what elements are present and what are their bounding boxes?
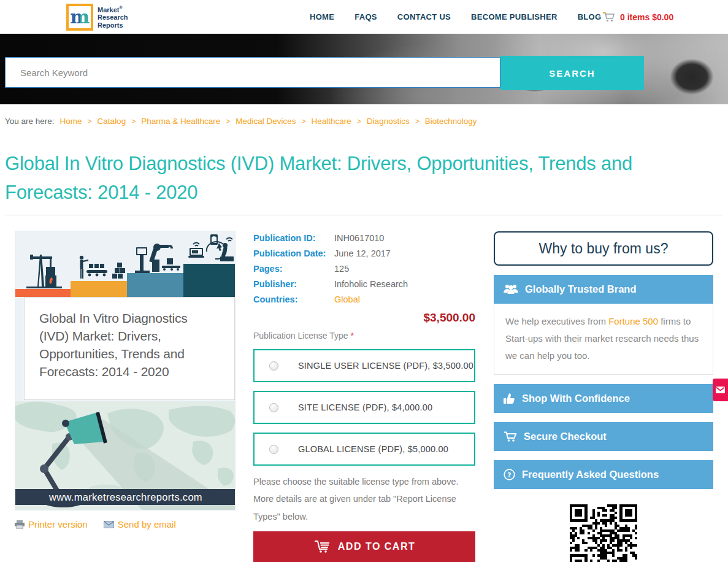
cover-step-orange [15,289,71,297]
license-option-global[interactable]: GLOBAL LICENSE (PDF), $5,000.00 [253,433,475,466]
crumb-biotechnology[interactable]: Biotechnology [425,117,477,126]
contact-float-button[interactable] [713,379,728,401]
add-to-cart-label: ADD TO CART [338,541,415,552]
printer-version-link[interactable]: Printer version [15,519,88,529]
cover-step-teal [183,264,236,297]
nav-blog[interactable]: BLOG [578,12,602,21]
breadcrumb-prefix: You are here: [5,117,55,126]
globally-trusted-brand-body: We help executives from Fortune 500 firm… [494,304,713,375]
logo-wordmark: Market® Research Reports [98,6,128,29]
cover-step-amber [71,281,127,297]
detail-row-publication-id: Publication ID: INH0617010 [253,231,475,246]
secure-checkout-bar[interactable]: Secure Checkout [494,422,713,451]
page-title: Global In Vitro Diagnostics (IVD) Market… [5,150,710,207]
iot-devices-icon [188,233,235,264]
detail-row-pages: Pages: 125 [253,261,475,277]
cart-icon [602,12,616,23]
add-to-cart-icon [313,540,331,553]
globally-trusted-brand-bar[interactable]: Globally Trusted Brand [494,275,713,304]
cover-lamp-panel: www.marketresearchreports.com [15,401,236,510]
cart-status[interactable]: 0 items $0.00 [602,0,673,34]
detail-value: 125 [334,261,349,277]
send-by-email-link[interactable]: Send by email [104,519,176,529]
nav-faqs[interactable]: FAQS [354,12,377,21]
breadcrumb-separator: > [88,117,92,126]
site-logo[interactable]: m m Market® Research Reports [66,4,128,31]
bar-label: Frequently Asked Questions [522,469,659,480]
detail-row-publication-date: Publication Date: June 12, 2017 [253,246,475,261]
license-option-label: SINGLE USER LICENSE (PDF), $3,500.00 [298,361,473,371]
svg-text:?: ? [507,471,511,479]
question-icon: ? [504,469,515,480]
crumb-home[interactable]: Home [60,117,82,126]
detail-label: Countries: [253,292,334,307]
price: $3,500.00 [253,311,475,325]
breadcrumb-separator: > [302,117,306,126]
detail-value: INH0617010 [334,231,384,246]
bar-label: Globally Trusted Brand [525,283,637,295]
oil-derrick-icon [25,251,66,289]
nav-contact-us[interactable]: CONTACT US [397,12,451,21]
detail-row-countries: Countries: Global [253,292,475,307]
cover-step-blue [127,273,183,297]
detail-row-publisher: Publisher: Infoholic Research [253,277,475,292]
product-image-column: Global In Vitro Diagnostics (IVD) Market… [15,231,236,529]
fortune-500-link[interactable]: Fortune 500 [608,316,658,326]
printer-icon [15,520,25,529]
license-type-label: Publication License Type * [253,331,475,341]
crumb-healthcare[interactable]: Healthcare [312,117,351,126]
license-option-label: GLOBAL LICENSE (PDF), $5,000.00 [298,444,448,454]
main-nav: HOME FAQS CONTACT US BECOME PUBLISHER BL… [310,0,601,34]
why-to-buy-heading: Why to buy from us? [494,231,713,266]
why-buy-sidebar: Why to buy from us? Globally Trusted Bra… [494,231,713,562]
crumb-medical-devices[interactable]: Medical Devices [236,117,296,126]
license-radio[interactable] [269,403,278,412]
breadcrumb-separator: > [131,117,136,126]
users-icon [504,284,518,294]
contact-float-icon [716,387,725,393]
add-to-cart-button[interactable]: ADD TO CART [253,531,475,562]
report-cover-image: Global In Vitro Diagnostics (IVD) Market… [15,231,236,510]
breadcrumb: You are here: Home > Catalog > Pharma & … [5,117,477,126]
detail-value: Infoholic Research [334,277,408,292]
faq-bar[interactable]: ? Frequently Asked Questions [494,460,713,489]
send-email-icon [104,521,114,528]
crumb-diagnostics[interactable]: Diagnostics [367,117,410,126]
breadcrumb-separator: > [415,117,420,126]
detail-label: Pages: [253,261,334,277]
nav-home[interactable]: HOME [310,12,334,21]
crumb-catalog[interactable]: Catalog [98,117,126,126]
page: m m Market® Research Reports HOME FAQS C… [0,0,728,562]
logo-m: m m [70,6,90,28]
breadcrumb-separator: > [357,117,361,126]
registered-mark: ® [119,6,122,10]
secure-cart-icon [504,431,517,442]
search-input[interactable] [5,57,500,88]
crumb-pharma-healthcare[interactable]: Pharma & Healthcare [141,117,220,126]
shop-with-confidence-bar[interactable]: Shop With Confidence [494,384,713,413]
detail-label: Publication ID: [253,231,334,246]
robot-arm-icon [135,241,181,273]
search-button[interactable]: SEARCH [500,56,644,90]
conveyor-worker-icon [77,255,126,281]
license-option-single-user[interactable]: SINGLE USER LICENSE (PDF), $3,500.00 [253,349,475,382]
breadcrumb-separator: > [226,117,230,126]
qr-code [570,504,637,562]
license-radio[interactable] [269,445,278,454]
license-note: Please choose the suitable license type … [253,473,468,525]
required-asterisk: * [351,331,354,341]
license-option-site[interactable]: SITE LICENSE (PDF), $4,000.00 [253,391,475,424]
cover-illustration [15,231,235,297]
license-option-label: SITE LICENSE (PDF), $4,000.00 [298,402,432,412]
detail-value: June 12, 2017 [334,246,391,261]
nav-become-publisher[interactable]: BECOME PUBLISHER [471,12,557,21]
hero-banner: SEARCH [0,34,728,104]
license-radio[interactable] [269,361,278,371]
bar-label: Shop With Confidence [522,393,630,404]
image-action-links: Printer version Send by email [15,519,236,529]
top-bar: m m Market® Research Reports HOME FAQS C… [0,0,728,34]
cart-count-total: 0 items $0.00 [620,12,673,22]
cover-title: Global In Vitro Diagnostics (IVD) Market… [24,297,235,400]
countries-global-link[interactable]: Global [334,292,360,307]
product-details-column: Publication ID: INH0617010 Publication D… [253,231,475,562]
